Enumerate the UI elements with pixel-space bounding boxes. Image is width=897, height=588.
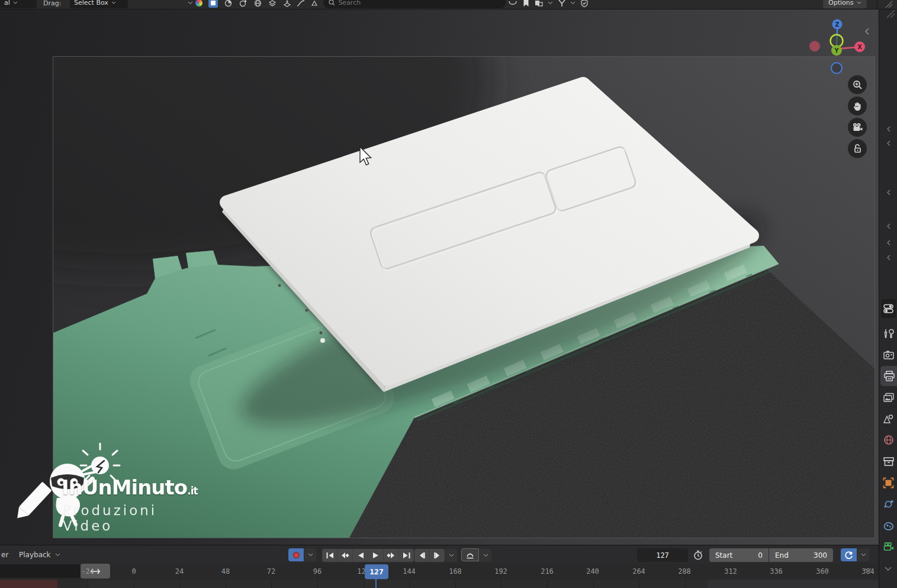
playback-sync-toggle[interactable] <box>841 548 857 561</box>
sync-options-chevron[interactable] <box>857 548 869 561</box>
gizmo-axis-x[interactable]: X <box>854 41 865 52</box>
search-input[interactable] <box>338 0 500 7</box>
timeline-track[interactable] <box>0 580 879 588</box>
panel-chevron-icon[interactable] <box>886 240 891 246</box>
tab-object-data-camera[interactable] <box>879 536 897 557</box>
corner-grip-icon[interactable] <box>883 1 894 8</box>
timeline-left-field[interactable] <box>0 564 81 578</box>
play-button[interactable] <box>368 549 384 562</box>
gizmo-axis-z[interactable]: Z <box>832 20 843 30</box>
sidebar-collapse-arrow[interactable] <box>864 28 869 35</box>
orientation-dropdown[interactable]: al <box>0 0 37 8</box>
pan-button[interactable] <box>848 97 867 115</box>
editor-type-button[interactable] <box>881 299 896 318</box>
corner-grip-icon[interactable] <box>885 10 896 18</box>
globe-icon[interactable] <box>253 0 262 8</box>
step-forward-button[interactable] <box>430 549 445 562</box>
ruler-tick: 24 <box>166 567 192 576</box>
chevron-down-icon <box>55 553 60 557</box>
tab-constraints[interactable] <box>879 515 897 535</box>
gizmo-axis-x-neg[interactable] <box>809 41 820 52</box>
panel-chevron-icon[interactable] <box>886 189 891 195</box>
zoom-button[interactable] <box>848 75 867 94</box>
jump-to-start-button[interactable] <box>322 549 337 562</box>
gizmo-axis-z-neg[interactable] <box>831 63 842 73</box>
tab-collection[interactable] <box>879 451 897 471</box>
step-options-chevron[interactable] <box>445 549 457 562</box>
tab-view-layer[interactable] <box>879 387 897 407</box>
svg-text:Y: Y <box>834 47 839 54</box>
snap-square-active-icon[interactable] <box>208 0 218 8</box>
tab-world[interactable] <box>879 430 897 450</box>
current-frame-field[interactable]: 127 <box>637 548 688 562</box>
active-tool-dropdown[interactable]: Select Box <box>70 0 128 8</box>
shield-check-icon[interactable] <box>580 0 589 8</box>
options-button[interactable]: Options <box>823 0 867 8</box>
frame-end-field[interactable]: End 300 <box>769 548 833 562</box>
navigation-gizmo[interactable]: Z X Y <box>804 18 870 84</box>
unlock-icon <box>853 144 862 153</box>
ruler-tick: -24 <box>75 567 101 576</box>
gizmo-axis-y[interactable]: Y <box>831 45 842 56</box>
panel-chevron-icon[interactable] <box>886 223 891 229</box>
ruler-tick: 336 <box>763 567 789 576</box>
jump-next-keyframe-button[interactable] <box>384 549 399 562</box>
panel-chevron-icon[interactable] <box>886 126 891 132</box>
filter-branch-icon[interactable] <box>557 0 567 8</box>
viewport-3d[interactable]: Z X Y <box>0 9 879 545</box>
preview-range-button[interactable] <box>461 548 479 561</box>
chevron-down-icon[interactable] <box>185 0 195 8</box>
ruler-tick: 192 <box>488 567 514 576</box>
overlay-windows-icon[interactable] <box>534 0 544 8</box>
bookmark-icon[interactable] <box>521 0 531 8</box>
use-preview-range-toggle[interactable] <box>690 548 706 561</box>
tilted-plane-icon[interactable] <box>310 0 319 8</box>
svg-text:Z: Z <box>835 21 839 28</box>
image-stack-icon <box>883 393 895 403</box>
lock-view-button[interactable] <box>848 139 867 158</box>
smooth-curve-icon[interactable] <box>296 0 306 8</box>
frame-start-field[interactable]: Start 0 <box>709 548 769 562</box>
tab-render[interactable] <box>879 345 897 365</box>
options-label: Options <box>828 0 853 7</box>
menu-playback[interactable]: Playback <box>19 551 60 559</box>
jump-prev-keyframe-button[interactable] <box>337 549 353 562</box>
chevron-down-icon[interactable] <box>545 0 555 8</box>
timeline-ruler[interactable]: -24 0 24 48 72 96 120 144 168 192 216 24… <box>0 564 879 580</box>
ruler-overflow-chevron-icon[interactable] <box>864 568 872 573</box>
autokey-options-chevron[interactable] <box>304 548 316 561</box>
printer-icon <box>883 371 895 381</box>
sphere-dot-icon[interactable] <box>238 0 247 8</box>
tab-scene[interactable] <box>879 409 897 429</box>
jump-to-end-button[interactable] <box>399 549 414 562</box>
play-reverse-button[interactable] <box>353 549 368 562</box>
curve-falloff-icon[interactable] <box>508 0 517 8</box>
autokey-toggle[interactable] <box>288 548 304 561</box>
camera-view-button[interactable] <box>848 118 867 137</box>
panel-chevron-icon[interactable] <box>886 255 891 261</box>
movie-camera-icon <box>852 123 863 132</box>
tab-physics[interactable] <box>879 494 897 514</box>
stacked-planes-icon[interactable] <box>268 0 277 8</box>
tab-output[interactable] <box>880 366 897 386</box>
plane-arrow-icon[interactable] <box>282 0 292 8</box>
ruler-tick: 312 <box>718 567 744 576</box>
ruler-tick: 360 <box>809 567 835 576</box>
ruler-tick: 48 <box>213 567 239 576</box>
chevron-down-icon[interactable] <box>568 0 577 8</box>
tabs-overflow-chevron-icon[interactable] <box>885 567 892 571</box>
tool-icon <box>883 328 894 339</box>
playhead-label[interactable]: 127 <box>365 564 388 579</box>
step-back-button[interactable] <box>414 549 430 562</box>
search-field[interactable] <box>323 0 506 8</box>
watermark: InUnMinuto.it Produzioni Video <box>15 439 211 539</box>
falloff-gradient-icon[interactable] <box>194 0 204 8</box>
preview-range-chevron[interactable] <box>480 549 491 562</box>
svg-text:X: X <box>857 44 862 50</box>
tab-tool[interactable] <box>879 323 897 343</box>
panel-chevron-icon[interactable] <box>886 140 891 146</box>
playhead-line[interactable] <box>375 579 377 588</box>
pie-sphere-icon[interactable] <box>223 0 233 8</box>
tab-object[interactable] <box>879 473 897 493</box>
menu-marker-partial[interactable]: er <box>1 551 8 559</box>
